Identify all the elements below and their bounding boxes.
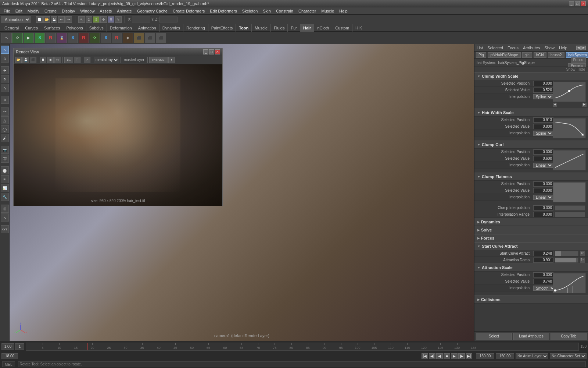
- shelf-tab-hik[interactable]: HIK: [352, 24, 365, 32]
- scale-tool-icon[interactable]: ⤡: [1, 84, 9, 92]
- menu-geometry-cache[interactable]: Geometry Cache: [135, 8, 170, 14]
- sculpt-tool-icon[interactable]: ◯: [1, 125, 9, 133]
- new-scene-icon[interactable]: 📄: [36, 16, 43, 23]
- menu-create-deformers[interactable]: Create Deformers: [171, 8, 207, 14]
- layer-icon[interactable]: ⬤: [1, 166, 9, 174]
- shelf-tab-rendering[interactable]: Rendering: [183, 24, 208, 32]
- move-icon[interactable]: ✛: [100, 16, 107, 23]
- rv-tick-icon[interactable]: ✓: [84, 57, 90, 63]
- shelf-tab-fur[interactable]: Fur: [288, 24, 300, 32]
- start-curve-attract-icon[interactable]: ▷: [580, 251, 585, 256]
- interp-range-input[interactable]: [533, 212, 553, 217]
- timeline-inner[interactable]: 5 10 15 20 25 30 35 40 45 50 55 60 65: [26, 343, 579, 351]
- attr-tab-list[interactable]: List: [477, 46, 483, 50]
- camera-tool-icon[interactable]: 📷: [1, 146, 9, 154]
- rv-renderer-dropdown[interactable]: mental ray: [94, 57, 119, 63]
- attr-right-arrow[interactable]: ▶: [581, 46, 586, 50]
- shelf-tab-dynamics[interactable]: Dynamics: [159, 24, 183, 32]
- play-back-button[interactable]: ◀: [436, 353, 443, 359]
- paint-select-icon[interactable]: S: [93, 16, 100, 23]
- shelf-icon-5[interactable]: R: [46, 33, 56, 43]
- shelf-tab-fluids[interactable]: Fluids: [271, 24, 288, 32]
- node-tab-hgirl[interactable]: hGirl: [534, 52, 546, 58]
- menu-animate[interactable]: Animate: [115, 8, 134, 14]
- section-header-clump-flatness[interactable]: ▼ Clump Flatness: [474, 173, 588, 180]
- shelf-icon-15[interactable]: ⬛: [156, 33, 166, 43]
- go-start-button[interactable]: |◀: [422, 353, 428, 359]
- attraction-scale-sel-pos-input[interactable]: [533, 272, 553, 277]
- attr-tab-attributes[interactable]: Attributes: [523, 46, 540, 50]
- attraction-scale-sel-val-input[interactable]: [533, 279, 553, 284]
- workspace-dropdown[interactable]: Animation: [1, 16, 31, 23]
- menu-create[interactable]: Create: [42, 8, 59, 14]
- rotate-tool-icon[interactable]: ↻: [1, 75, 9, 83]
- snap-grid-icon[interactable]: ⊞: [1, 205, 9, 213]
- outliner-icon[interactable]: ≡: [1, 175, 9, 183]
- clump-width-sel-val-input[interactable]: [533, 88, 553, 93]
- hair-width-sel-pos-input[interactable]: [533, 117, 553, 123]
- rv-region-icon[interactable]: 🔲: [40, 57, 46, 63]
- shelf-tab-subdivs[interactable]: Subdivs: [86, 24, 107, 32]
- coord-x-input[interactable]: [132, 17, 150, 22]
- clump-interp-input[interactable]: [533, 205, 553, 210]
- menu-constrain[interactable]: Constrain: [274, 8, 295, 14]
- timeline-start-input[interactable]: [1, 343, 14, 350]
- clump-width-interp-dropdown[interactable]: Spline: [533, 94, 553, 99]
- go-end-button[interactable]: ▶|: [466, 353, 472, 359]
- start-curve-attract-input[interactable]: [533, 251, 553, 256]
- minimize-button[interactable]: _: [569, 1, 574, 6]
- axis-icon[interactable]: XYZ: [1, 225, 9, 233]
- redo-icon[interactable]: ↪: [65, 16, 72, 23]
- section-header-start-curve-attract[interactable]: ▼ Start Curve Attract: [474, 243, 588, 250]
- save-scene-icon[interactable]: 💾: [51, 16, 57, 23]
- render-view-minimize[interactable]: _: [203, 49, 208, 54]
- hair-width-interp-dropdown[interactable]: Spline: [533, 131, 553, 136]
- rv-ratio-icon[interactable]: 1:1: [64, 57, 73, 63]
- menu-skin[interactable]: Skin: [261, 8, 273, 14]
- shelf-icon-1[interactable]: ↖: [1, 33, 12, 43]
- clump-interp-slider[interactable]: [555, 205, 585, 210]
- shelf-tab-painteffects[interactable]: PaintEffects: [208, 24, 236, 32]
- shelf-tab-surfaces[interactable]: Surfaces: [41, 24, 63, 32]
- render-view-maximize[interactable]: □: [209, 49, 214, 54]
- shelf-icon-4[interactable]: S: [35, 33, 45, 43]
- stop-button[interactable]: ■: [444, 353, 450, 359]
- section-header-forces[interactable]: ▶ Forces: [474, 234, 588, 242]
- attraction-damp-input[interactable]: [533, 258, 553, 263]
- shelf-icon-9[interactable]: ⟳: [90, 33, 100, 43]
- shelf-tab-animation[interactable]: Animation: [135, 24, 159, 32]
- open-scene-icon[interactable]: 📂: [43, 16, 50, 23]
- menu-skeleton[interactable]: Skeleton: [240, 8, 260, 14]
- menu-assets[interactable]: Assets: [97, 8, 114, 14]
- section-header-clump-width-scale[interactable]: ▼ Clump Width Scale: [474, 72, 588, 80]
- menu-modify[interactable]: Modify: [25, 8, 42, 14]
- rotate-icon[interactable]: R: [108, 16, 114, 23]
- timeline-current-input[interactable]: [15, 343, 24, 350]
- render-icon[interactable]: 🎬: [1, 155, 9, 163]
- graph-icon2[interactable]: ▶: [582, 103, 587, 107]
- start-curve-attract-slider[interactable]: [555, 251, 578, 256]
- step-back-button[interactable]: ◀|: [429, 353, 435, 359]
- shelf-icon-8[interactable]: R: [79, 33, 89, 43]
- node-tab-girl[interactable]: girl: [522, 52, 532, 58]
- shelf-icon-12[interactable]: ◈: [123, 33, 133, 43]
- graph-icon1[interactable]: ◀: [553, 103, 557, 107]
- attr-tab-help[interactable]: Help: [559, 46, 567, 50]
- rv-ipr-icon[interactable]: IPR: 0MB: [149, 57, 168, 63]
- node-tab-pig[interactable]: Pig: [476, 52, 486, 58]
- attr-editor-body[interactable]: ▼ Clump Width Scale Selected Position Se…: [474, 72, 588, 331]
- shelf-tab-muscle[interactable]: Muscle: [252, 24, 271, 32]
- section-header-attraction-scale[interactable]: ▼ Attraction Scale: [474, 264, 588, 271]
- shelf-tab-polygons[interactable]: Polygons: [63, 24, 86, 32]
- menu-display[interactable]: Display: [60, 8, 77, 14]
- mel-button[interactable]: MEL: [2, 361, 15, 367]
- current-frame-input[interactable]: [1, 353, 18, 359]
- channel-icon[interactable]: 📊: [1, 184, 9, 192]
- range-start-input[interactable]: [476, 353, 494, 359]
- render-view-close[interactable]: ✕: [215, 49, 220, 54]
- lasso-tool-icon[interactable]: ⊙: [1, 54, 9, 63]
- move-tool-icon[interactable]: ✛: [1, 66, 9, 74]
- select-icon[interactable]: ↖: [78, 16, 85, 23]
- menu-edit[interactable]: Edit: [13, 8, 25, 14]
- clump-curl-sel-val-input[interactable]: [533, 156, 553, 161]
